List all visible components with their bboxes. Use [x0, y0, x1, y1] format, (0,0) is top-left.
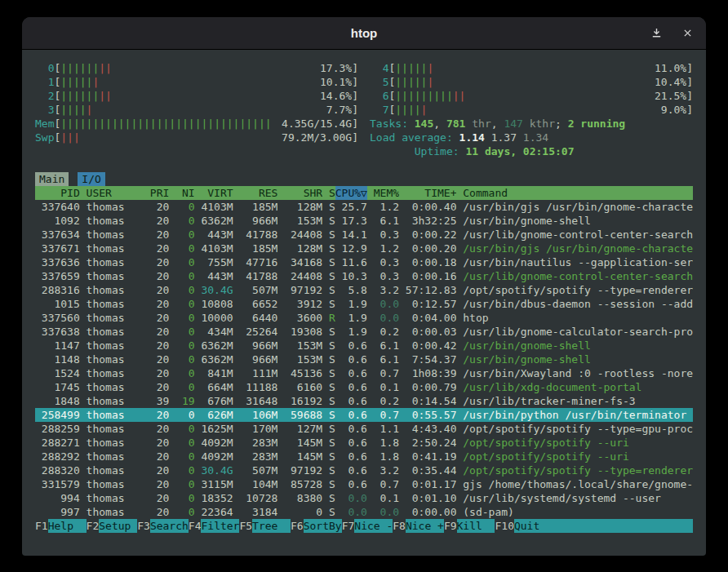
time-cell: 0:00.22	[399, 228, 456, 242]
cpu1-meter-bar: ||||||10.1%	[60, 75, 352, 89]
process-row[interactable]: 337560thomas2001000064403600R1.90.00:04.…	[35, 311, 693, 325]
ni-cell: 0	[169, 366, 194, 380]
fn-action-label: Nice -	[354, 519, 393, 533]
fn-nice-[interactable]: F8Nice +	[393, 519, 444, 533]
column-header-time[interactable]: TIME+	[399, 186, 456, 200]
shr-cell: 6160	[277, 380, 322, 394]
column-header-user[interactable]: USER	[80, 186, 144, 200]
user-cell: thomas	[80, 283, 144, 297]
s-cell: S	[322, 505, 335, 519]
process-row[interactable]: 288271thomas2004092M283M145MS0.61.82:50.…	[35, 436, 693, 450]
fn-quit[interactable]: F10Quit	[495, 519, 693, 533]
cpu-cell: 0.6	[335, 339, 367, 353]
ni-cell: 0	[169, 450, 194, 463]
column-header-cpu[interactable]: CPU%▽	[335, 186, 367, 200]
process-row[interactable]: 337638thomas200434M2526419308S1.90.20:00…	[35, 325, 693, 339]
pid-cell: 337659	[35, 269, 80, 283]
shr-cell: 128M	[277, 242, 322, 255]
meter-tick-run: ||||	[395, 104, 420, 116]
memory-meter-bar: |||||||||||||||||||||||||||||||||4.35G/1…	[60, 117, 352, 131]
process-row[interactable]: 994thomas20018352107288380S0.00.10:01.10…	[35, 491, 693, 505]
process-row[interactable]: 337636thomas200755M4771634168S11.60.30:0…	[35, 255, 693, 269]
process-row[interactable]: 1148thomas2006362M966M153MS0.66.17:54.37…	[35, 353, 693, 366]
column-header-s[interactable]: S	[322, 186, 335, 200]
res-cell: 31648	[233, 394, 278, 408]
column-header-pid[interactable]: PID	[35, 186, 80, 200]
process-row[interactable]: 1147thomas2006362M966M153MS0.66.10:00.42…	[35, 339, 693, 353]
fn-setup[interactable]: F2Setup	[87, 519, 138, 533]
fn-action-label: Quit	[514, 519, 693, 533]
fn-kill[interactable]: F9Kill	[444, 519, 495, 533]
ni-cell: 0	[169, 353, 194, 366]
column-header-res[interactable]: RES	[233, 186, 278, 200]
download-icon[interactable]	[649, 26, 664, 41]
fn-search[interactable]: F3Search	[137, 519, 189, 533]
process-row[interactable]: 288320thomas20030.4G507M97192S0.63.20:35…	[35, 463, 693, 477]
load-average-segment: 1.37	[491, 131, 523, 144]
process-row[interactable]: 337659thomas200443M4178824408S10.30.30:0…	[35, 269, 693, 283]
process-row[interactable]: 337640thomas2004103M185M128MS25.71.20:00…	[35, 200, 693, 214]
process-row[interactable]: 337671thomas2004103M185M128MS12.91.20:00…	[35, 242, 693, 255]
fn-help[interactable]: F1Help	[35, 519, 87, 533]
s-cell: S	[322, 477, 335, 491]
user-cell: thomas	[80, 450, 144, 463]
process-row[interactable]: 288292thomas2004092M283M145MS0.61.80:41.…	[35, 450, 693, 463]
pid-cell: 337638	[35, 325, 80, 339]
fn-sortby[interactable]: F6SortBy	[291, 519, 342, 533]
process-row[interactable]: 337634thomas200443M4178824408S14.10.30:0…	[35, 228, 693, 242]
load-average: Load average: 1.14 1.37 1.34	[370, 131, 693, 144]
window-titlebar[interactable]: htop	[22, 17, 706, 50]
meter-column-right: 4[||||||11.0%]5[||||||10.4%]6[||||||||||…	[370, 61, 693, 158]
process-row[interactable]: 997thomas2002236431840S0.00.00:00.00(sd-…	[35, 505, 693, 519]
s-cell: S	[322, 491, 335, 505]
fn-nice-[interactable]: F7Nice -	[342, 519, 393, 533]
column-header-mem[interactable]: MEM%	[367, 186, 399, 200]
meter-ticks: ||||||||	[60, 61, 112, 75]
tab-main[interactable]: Main	[35, 172, 69, 186]
time-cell: 2:50.24	[399, 436, 456, 450]
tab-io[interactable]: I/O	[78, 172, 104, 186]
shr-cell: 34168	[277, 255, 322, 269]
pid-cell: 337636	[35, 255, 80, 269]
time-cell: 0:41.19	[399, 450, 456, 463]
process-row[interactable]: 1745thomas200664M111886160S0.60.10:00.79…	[35, 380, 693, 394]
pid-cell: 1848	[35, 394, 80, 408]
column-header-pri[interactable]: PRI	[144, 186, 169, 200]
meter-ticks: ||||||	[60, 75, 99, 89]
process-row[interactable]: 288259thomas2001625M170M127MS0.61.14:43.…	[35, 422, 693, 436]
fn-action-label: Setup	[99, 519, 137, 533]
res-cell: 185M	[233, 242, 278, 255]
cmd-cell: /opt/spotify/spotify --type=renderer	[456, 463, 693, 477]
shr-cell: 3912	[277, 297, 322, 311]
column-header-shr[interactable]: SHR	[277, 186, 322, 200]
process-row[interactable]: 1524thomas200841M111M45136S0.60.71h08:39…	[35, 366, 693, 380]
user-cell: thomas	[80, 228, 144, 242]
virt-cell: 443M	[195, 269, 233, 283]
cpu4-meter-bar: ||||||11.0%	[395, 61, 686, 75]
cpu-cell: 0.6	[335, 422, 367, 436]
mem-cell: 0.7	[367, 366, 399, 380]
column-header-cmd[interactable]: Command	[456, 186, 693, 200]
process-row[interactable]: 1092thomas2006362M966M153MS17.36.13h32:2…	[35, 214, 693, 228]
process-row[interactable]: 1015thomas2001080866523912S1.90.00:12.57…	[35, 297, 693, 311]
fn-key-number: F9	[444, 519, 457, 533]
column-header-virt[interactable]: VIRT	[195, 186, 233, 200]
pri-cell: 20	[144, 283, 169, 297]
process-row[interactable]: 1848thomas3919676M3164816192S0.60.20:14.…	[35, 394, 693, 408]
fn-filter[interactable]: F4Filter	[189, 519, 240, 533]
close-icon[interactable]	[680, 26, 695, 41]
virt-cell: 4092M	[195, 450, 233, 463]
virt-cell: 443M	[195, 228, 233, 242]
pid-cell: 997	[35, 505, 80, 519]
tasks-summary-segment: kthr	[523, 118, 555, 130]
meter-close-bracket: ]	[686, 89, 693, 103]
user-cell: thomas	[80, 311, 144, 325]
column-header-ni[interactable]: NI	[169, 186, 194, 200]
user-cell: thomas	[80, 422, 144, 436]
fn-tree[interactable]: F5Tree	[239, 519, 291, 533]
process-row[interactable]: 331579thomas2003115M104M85728S0.60.70:01…	[35, 477, 693, 491]
virt-cell: 10808	[195, 297, 233, 311]
process-row[interactable]: 258499thomas200626M106M59688S0.60.70:55.…	[35, 408, 693, 422]
cpu-cell: 1.9	[335, 325, 367, 339]
process-row[interactable]: 288316thomas20030.4G507M97192S5.83.257:1…	[35, 283, 693, 297]
